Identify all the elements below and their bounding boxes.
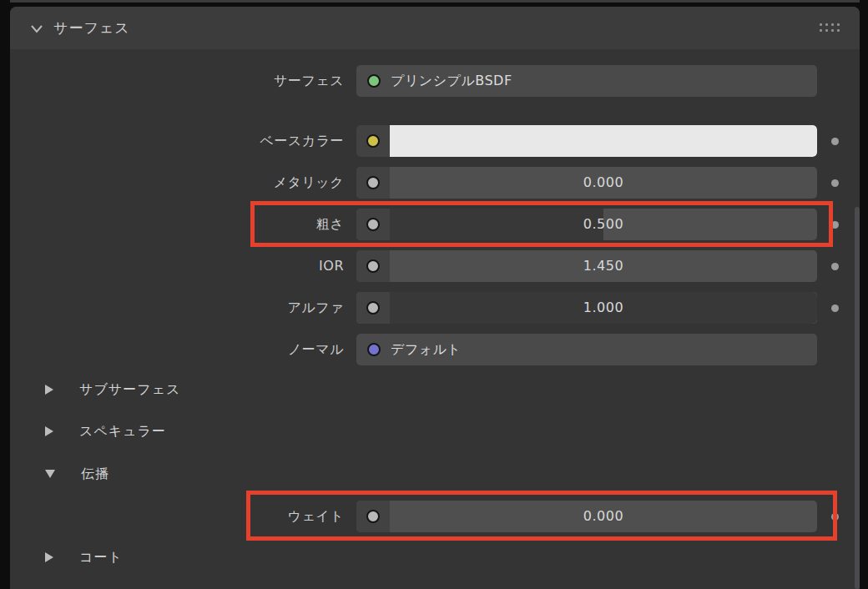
ior-field[interactable]: 1.450	[356, 250, 817, 282]
base-color-socket-chip[interactable]	[356, 125, 390, 157]
chevron-down-icon[interactable]	[28, 20, 45, 37]
surface-node-button[interactable]: プリンシプルBSDF	[356, 65, 817, 97]
triangle-right-icon	[45, 552, 53, 562]
metallic-label: メタリック	[10, 167, 344, 199]
alpha-value: 1.000	[390, 292, 817, 324]
metallic-socket-chip[interactable]	[356, 167, 390, 199]
scrollbar-thumb[interactable]	[855, 207, 860, 589]
alpha-decorator-dot[interactable]	[831, 305, 839, 312]
roughness-label: 粗さ	[10, 209, 344, 240]
base-color-label: ベースカラー	[10, 125, 344, 157]
shader-socket-icon	[367, 74, 381, 88]
value-socket-icon	[366, 301, 380, 315]
normal-value: デフォルト	[391, 341, 461, 359]
drag-handle-icon[interactable]	[820, 23, 840, 32]
ior-socket-chip[interactable]	[356, 250, 390, 282]
base-color-widget[interactable]	[356, 125, 817, 157]
metallic-value: 0.000	[390, 167, 817, 199]
subpanel-transmission[interactable]: 伝播	[45, 461, 109, 486]
weight-decorator-dot[interactable]	[831, 513, 839, 521]
alpha-slider[interactable]: 1.000	[356, 292, 817, 324]
value-socket-icon	[366, 510, 380, 523]
surface-panel: サーフェス サーフェス プリンシプルBSDF ベースカラー メタリック	[10, 7, 860, 589]
triangle-down-icon	[45, 470, 55, 478]
alpha-label: アルファ	[10, 292, 344, 324]
weight-socket-chip[interactable]	[356, 501, 390, 532]
color-socket-icon	[366, 134, 380, 148]
value-socket-icon	[366, 218, 380, 231]
triangle-right-icon	[45, 426, 53, 436]
previous-panel-edge	[10, 0, 860, 3]
surface-node-name: プリンシプルBSDF	[391, 73, 512, 90]
properties-editor: サーフェス サーフェス プリンシプルBSDF ベースカラー メタリック	[0, 0, 868, 589]
ior-decorator-dot[interactable]	[831, 263, 839, 270]
surface-label: サーフェス	[10, 65, 344, 97]
surface-panel-header[interactable]: サーフェス	[10, 7, 860, 49]
base-color-decorator-dot[interactable]	[831, 138, 839, 145]
vector-socket-icon	[367, 343, 381, 356]
normal-label: ノーマル	[10, 334, 344, 365]
subpanel-coat[interactable]: コート	[45, 545, 123, 570]
metallic-decorator-dot[interactable]	[831, 179, 839, 187]
roughness-decorator-dot[interactable]	[831, 221, 839, 229]
transmission-weight-slider[interactable]: 0.000	[356, 501, 817, 532]
roughness-value: 0.500	[390, 209, 817, 240]
subpanel-specular[interactable]: スペキュラー	[45, 419, 166, 444]
triangle-right-icon	[45, 385, 53, 395]
normal-input-button[interactable]: デフォルト	[356, 334, 817, 365]
transmission-weight-value: 0.000	[390, 501, 817, 532]
metallic-slider[interactable]: 0.000	[356, 167, 817, 199]
roughness-slider[interactable]: 0.500	[356, 209, 817, 240]
value-socket-icon	[366, 176, 380, 189]
panel-title: サーフェス	[53, 7, 130, 49]
value-socket-icon	[366, 259, 380, 273]
subpanel-subsurface[interactable]: サブサーフェス	[45, 377, 180, 402]
base-color-swatch[interactable]	[390, 125, 817, 157]
roughness-socket-chip[interactable]	[356, 209, 390, 240]
ior-label: IOR	[10, 250, 344, 282]
alpha-socket-chip[interactable]	[356, 292, 390, 324]
transmission-weight-label: ウェイト	[10, 501, 344, 532]
ior-value: 1.450	[390, 250, 817, 282]
